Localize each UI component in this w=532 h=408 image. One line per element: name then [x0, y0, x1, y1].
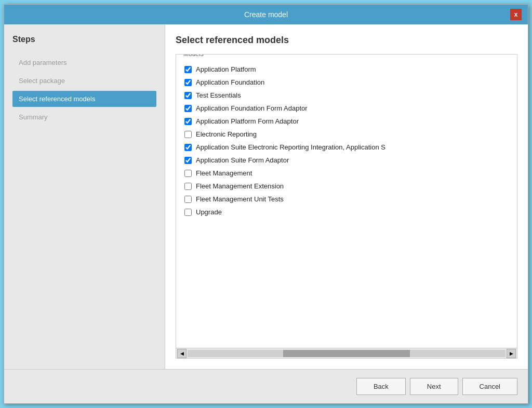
list-item: Application Foundation Form Adaptor	[180, 102, 517, 115]
model-label-upgrade[interactable]: Upgrade	[196, 208, 222, 216]
model-label-electronic-reporting[interactable]: Electronic Reporting	[196, 130, 257, 138]
model-checkbox-app-platform[interactable]	[184, 66, 192, 73]
list-item: Electronic Reporting	[180, 128, 517, 141]
step-summary[interactable]: Summary	[12, 109, 156, 125]
step-add-parameters[interactable]: Add parameters	[12, 55, 156, 71]
main-heading: Select referenced models	[176, 35, 517, 46]
next-button[interactable]: Next	[410, 378, 458, 395]
title-bar: Create model x	[4, 5, 528, 24]
cancel-button[interactable]: Cancel	[462, 378, 517, 395]
list-item: Application Platform	[180, 63, 517, 76]
models-group: Models Application PlatformApplication F…	[176, 54, 517, 359]
model-label-app-suite-er-integration[interactable]: Application Suite Electronic Reporting I…	[196, 143, 385, 151]
h-scroll-right[interactable]: ▶	[507, 349, 516, 358]
h-scroll-thumb	[283, 350, 410, 357]
model-checkbox-app-foundation-form-adaptor[interactable]	[184, 105, 192, 112]
list-item: Test Essentials	[180, 89, 517, 102]
model-label-app-platform[interactable]: Application Platform	[196, 65, 256, 73]
model-checkbox-fleet-management-extension[interactable]	[184, 183, 192, 190]
model-label-fleet-management[interactable]: Fleet Management	[196, 169, 252, 177]
models-list-wrapper: Application PlatformApplication Foundati…	[176, 59, 517, 358]
create-model-dialog: Create model x Steps Add parameters Sele…	[4, 4, 528, 404]
list-item: Application Suite Electronic Reporting I…	[180, 141, 517, 154]
models-scroll-area[interactable]: Application PlatformApplication Foundati…	[176, 59, 517, 348]
model-checkbox-electronic-reporting[interactable]	[184, 131, 192, 138]
list-item: Fleet Management Unit Tests	[180, 193, 517, 206]
model-checkbox-app-suite-er-integration[interactable]	[184, 144, 192, 151]
model-label-fleet-management-unit-tests[interactable]: Fleet Management Unit Tests	[196, 195, 284, 203]
dialog-title: Create model	[22, 10, 510, 19]
step-select-package[interactable]: Select package	[12, 73, 156, 89]
model-checkbox-app-foundation[interactable]	[184, 79, 192, 86]
steps-heading: Steps	[12, 35, 156, 44]
list-item: Fleet Management	[180, 167, 517, 180]
horizontal-scrollbar: ◀ ▶	[176, 348, 517, 358]
step-select-referenced-models[interactable]: Select referenced models	[12, 91, 156, 107]
model-label-app-foundation-form-adaptor[interactable]: Application Foundation Form Adaptor	[196, 104, 308, 112]
list-item: Application Platform Form Adaptor	[180, 115, 517, 128]
main-panel: Select referenced models Models Applicat…	[165, 24, 528, 369]
list-item: Fleet Management Extension	[180, 180, 517, 193]
model-label-app-platform-form-adaptor[interactable]: Application Platform Form Adaptor	[196, 117, 299, 125]
model-checkbox-app-platform-form-adaptor[interactable]	[184, 118, 192, 125]
model-label-app-foundation[interactable]: Application Foundation	[196, 78, 264, 86]
model-checkbox-test-essentials[interactable]	[184, 92, 192, 99]
model-label-app-suite-form-adaptor[interactable]: Application Suite Form Adaptor	[196, 156, 289, 164]
list-item: Application Suite Form Adaptor	[180, 154, 517, 167]
model-label-test-essentials[interactable]: Test Essentials	[196, 91, 241, 99]
models-group-label: Models	[181, 54, 206, 58]
model-checkbox-fleet-management-unit-tests[interactable]	[184, 196, 192, 203]
model-checkbox-app-suite-form-adaptor[interactable]	[184, 157, 192, 164]
steps-panel: Steps Add parameters Select package Sele…	[4, 24, 165, 369]
list-item: Application Foundation	[180, 76, 517, 89]
back-button[interactable]: Back	[356, 378, 406, 395]
model-checkbox-fleet-management[interactable]	[184, 170, 192, 177]
model-checkbox-upgrade[interactable]	[184, 209, 192, 216]
list-item: Upgrade	[180, 206, 517, 219]
model-label-fleet-management-extension[interactable]: Fleet Management Extension	[196, 182, 284, 190]
h-scroll-track[interactable]	[188, 350, 506, 357]
h-scroll-left[interactable]: ◀	[177, 349, 187, 358]
footer: Back Next Cancel	[4, 369, 528, 403]
close-button[interactable]: x	[510, 9, 522, 20]
content-area: Steps Add parameters Select package Sele…	[4, 24, 528, 369]
